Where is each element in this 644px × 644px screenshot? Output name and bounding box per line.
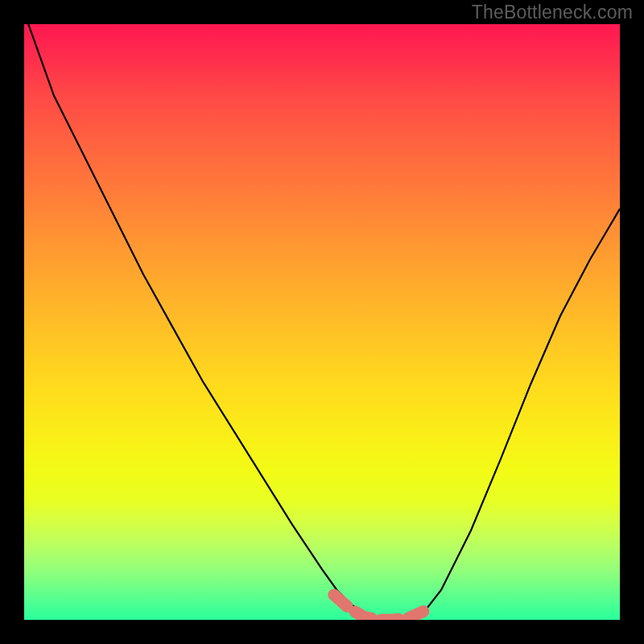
chart-svg	[24, 24, 620, 620]
plot-area	[24, 24, 620, 620]
optimal-band-marker	[334, 595, 423, 620]
attribution-text: TheBottleneck.com	[472, 2, 633, 23]
bottleneck-curve	[24, 24, 620, 620]
